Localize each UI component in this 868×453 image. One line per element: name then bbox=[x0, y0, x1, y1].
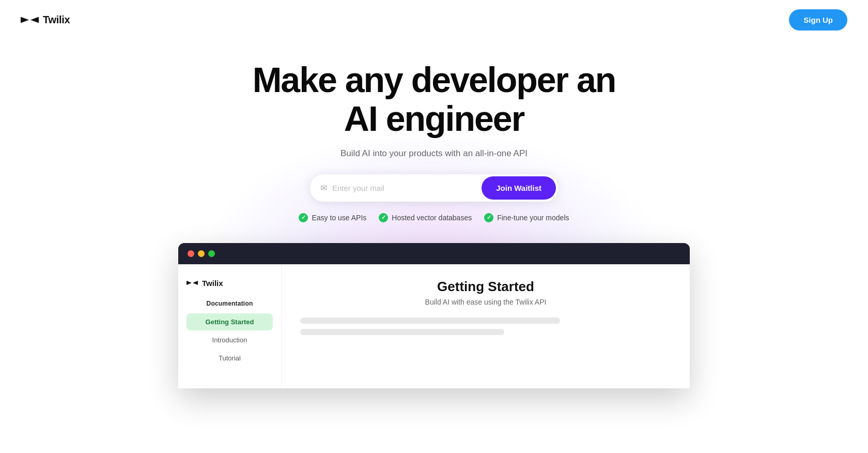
logo: Twilix bbox=[21, 14, 70, 26]
check-icon-1 bbox=[299, 213, 308, 222]
sidebar-logo-text: Twilix bbox=[202, 279, 223, 288]
window-dot-red bbox=[188, 250, 194, 257]
sidebar-item-introduction[interactable]: Introduction bbox=[187, 331, 273, 349]
doc-section-label: Documentation bbox=[187, 300, 273, 307]
skeleton-line-2 bbox=[300, 329, 504, 335]
mockup-window: Twilix Documentation Getting Started Int… bbox=[178, 243, 690, 388]
sb-bow-left bbox=[187, 281, 192, 285]
hero-title: Make any developer an AI engineer bbox=[253, 61, 616, 138]
logo-icon bbox=[21, 17, 39, 23]
mail-icon: ✉ bbox=[320, 183, 327, 193]
feature-pill-2: Hosted vector databases bbox=[379, 213, 472, 222]
window-dot-green bbox=[208, 250, 215, 257]
logo-text: Twilix bbox=[43, 14, 70, 26]
sidebar-logo: Twilix bbox=[187, 279, 273, 288]
skeleton-line-1 bbox=[300, 318, 560, 324]
window-titlebar bbox=[178, 243, 690, 264]
bow-right-icon bbox=[30, 17, 39, 23]
email-form: ✉ Join Waitlist bbox=[310, 174, 558, 202]
sidebar-item-getting-started[interactable]: Getting Started bbox=[187, 313, 273, 330]
signup-button[interactable]: Sign Up bbox=[789, 9, 847, 31]
navbar: Twilix Sign Up bbox=[0, 0, 868, 40]
sb-bow-right bbox=[193, 281, 198, 285]
doc-content-subtitle: Build AI with ease using the Twilix API bbox=[300, 298, 671, 306]
doc-content-title: Getting Started bbox=[300, 279, 671, 295]
check-icon-3 bbox=[484, 213, 493, 222]
app-mockup: Twilix Documentation Getting Started Int… bbox=[178, 243, 690, 388]
sidebar-item-tutorial[interactable]: Tutorial bbox=[187, 350, 273, 367]
doc-sidebar: Twilix Documentation Getting Started Int… bbox=[178, 264, 282, 388]
feature-pill-1: Easy to use APIs bbox=[299, 213, 366, 222]
bow-left-icon bbox=[21, 17, 29, 23]
check-icon-2 bbox=[379, 213, 388, 222]
window-body: Twilix Documentation Getting Started Int… bbox=[178, 264, 690, 388]
sidebar-logo-icon bbox=[187, 281, 198, 285]
feature-pill-3: Fine-tune your models bbox=[484, 213, 569, 222]
window-dot-yellow bbox=[198, 250, 205, 257]
hero-section: Make any developer an AI engineer Build … bbox=[0, 40, 868, 388]
hero-subtitle: Build AI into your products with an all-… bbox=[340, 148, 528, 159]
doc-content: Getting Started Build AI with ease using… bbox=[282, 264, 690, 388]
email-input[interactable] bbox=[332, 184, 482, 192]
feature-label-1: Easy to use APIs bbox=[312, 214, 366, 222]
join-waitlist-button[interactable]: Join Waitlist bbox=[482, 176, 556, 200]
feature-label-2: Hosted vector databases bbox=[392, 214, 472, 222]
feature-label-3: Fine-tune your models bbox=[497, 214, 569, 222]
feature-pills: Easy to use APIs Hosted vector databases… bbox=[299, 213, 569, 222]
